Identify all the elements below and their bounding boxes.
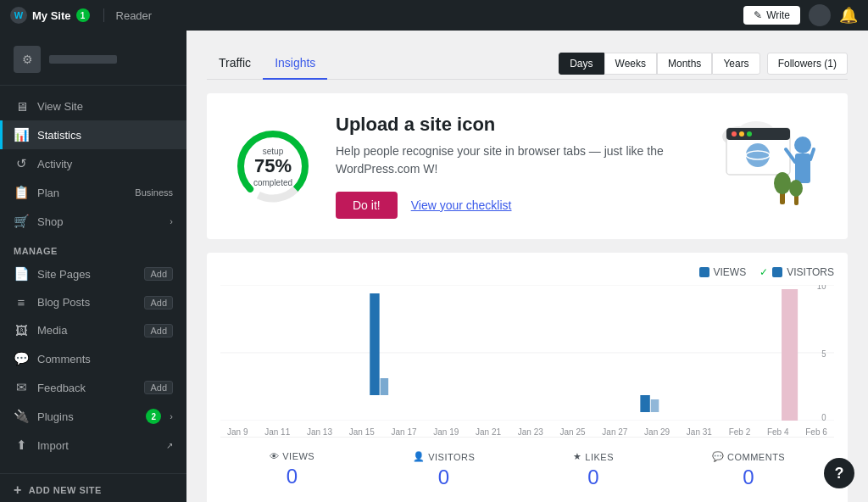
blog-posts-add[interactable]: Add	[144, 296, 173, 310]
promo-title: Upload a site icon	[336, 114, 693, 136]
sidebar-item-plan[interactable]: 📋 Plan Business	[0, 178, 186, 207]
stat-comments-value: 0	[712, 466, 786, 489]
site-pages-add[interactable]: Add	[144, 267, 173, 281]
check-icon: ✓	[760, 266, 768, 278]
media-icon: 🖼	[14, 323, 29, 337]
tab-insights[interactable]: Insights	[263, 47, 327, 80]
sidebar-nav: 🖥 View Site 📊 Statistics ↺ Activity 📋 Pl…	[0, 86, 186, 466]
svg-text:0: 0	[821, 413, 826, 421]
visitors-color-dot	[772, 267, 782, 277]
sidebar-item-activity[interactable]: ↺ Activity	[0, 149, 186, 178]
period-buttons: Days Weeks Months Years	[559, 53, 760, 75]
sidebar-item-import[interactable]: ⬆ Import ↗	[0, 431, 186, 460]
notifications-icon[interactable]: 🔔	[839, 6, 858, 25]
sidebar-item-plugins[interactable]: 🔌 Plugins 2 ›	[0, 402, 186, 431]
activity-icon: ↺	[14, 156, 29, 171]
reader-button[interactable]: Reader	[103, 8, 153, 22]
x-label-8: Jan 25	[560, 427, 586, 437]
sidebar-item-statistics[interactable]: 📊 Statistics	[0, 120, 186, 149]
plugins-badge: 2	[146, 409, 161, 424]
user-avatar[interactable]	[809, 4, 831, 26]
sidebar-item-blog-posts[interactable]: ≡ Blog Posts Add	[0, 288, 186, 316]
feedback-icon: ✉	[14, 380, 29, 395]
checklist-link[interactable]: View your checklist	[411, 198, 512, 212]
svg-rect-30	[651, 399, 659, 412]
promo-card: setup 75% completed Upload a site icon H…	[207, 93, 848, 239]
promo-illustration	[714, 115, 824, 217]
shop-label: Shop	[37, 215, 161, 228]
comments-label: Comments	[37, 353, 173, 365]
brand-label: My Site	[32, 9, 71, 22]
period-months-button[interactable]: Months	[657, 53, 712, 75]
media-label: Media	[37, 324, 136, 337]
stat-comments: 💬 COMMENTS 0	[712, 451, 786, 489]
sidebar-item-media[interactable]: 🖼 Media Add	[0, 316, 186, 344]
stat-likes: ★ LIKES 0	[573, 451, 614, 489]
person-icon: 👤	[413, 451, 426, 462]
plugins-arrow: ›	[170, 411, 173, 421]
sidebar-item-view-site[interactable]: 🖥 View Site	[0, 92, 186, 120]
svg-rect-29	[640, 395, 649, 412]
x-label-0: Jan 9	[227, 427, 248, 437]
period-days-button[interactable]: Days	[559, 53, 604, 75]
sidebar: ⚙ 🖥 View Site 📊 Statistics ↺ Activity 📋 …	[0, 31, 186, 502]
svg-text:10: 10	[817, 285, 826, 291]
feedback-add[interactable]: Add	[144, 381, 173, 394]
eye-icon: 👁	[270, 451, 280, 461]
followers-label: Followers	[778, 58, 821, 70]
help-button[interactable]: ?	[824, 458, 854, 488]
topbar-left: W My Site 1 Reader	[10, 7, 743, 24]
sidebar-item-comments[interactable]: 💬 Comments	[0, 344, 186, 373]
period-weeks-button[interactable]: Weeks	[604, 53, 657, 75]
comment-icon: 💬	[712, 451, 725, 462]
write-button[interactable]: ✎ Write	[743, 6, 800, 25]
svg-point-13	[794, 137, 811, 153]
tab-insights-label: Insights	[275, 56, 315, 70]
brand-badge: 1	[76, 8, 90, 22]
promo-actions: Do it! View your checklist	[336, 192, 693, 219]
write-icon: ✎	[754, 9, 762, 21]
sidebar-item-feedback[interactable]: ✉ Feedback Add	[0, 373, 186, 402]
legend-views: VIEWS	[699, 266, 747, 278]
sidebar-item-site-pages[interactable]: 📄 Site Pages Add	[0, 259, 186, 288]
svg-point-20	[789, 180, 803, 197]
promo-text: Upload a site icon Help people recognise…	[336, 114, 693, 219]
site-icon: ⚙	[14, 46, 41, 73]
x-label-10: Jan 29	[644, 427, 670, 437]
blog-posts-label: Blog Posts	[37, 296, 136, 309]
legend-visitors-label: VISITORS	[787, 266, 834, 278]
x-label-7: Jan 23	[518, 427, 543, 437]
monitor-icon: 🖥	[14, 99, 29, 114]
shop-icon: 🛒	[14, 214, 29, 229]
sidebar-item-shop[interactable]: 🛒 Shop ›	[0, 207, 186, 236]
tab-traffic[interactable]: Traffic	[207, 47, 263, 80]
add-new-site-label: ADD NEW SITE	[29, 485, 102, 495]
topbar-right: ✎ Write 🔔	[743, 4, 858, 26]
svg-rect-27	[370, 293, 379, 395]
import-label: Import	[37, 439, 158, 452]
site-pages-icon: 📄	[14, 266, 29, 282]
plus-icon: +	[14, 482, 22, 498]
plugins-icon: 🔌	[14, 409, 29, 424]
setup-gauge: setup 75% completed	[231, 124, 315, 209]
add-new-site-button[interactable]: + ADD NEW SITE	[0, 473, 186, 502]
import-icon: ⬆	[14, 438, 29, 453]
activity-label: Activity	[37, 158, 173, 170]
chart-legend: VIEWS ✓ VISITORS	[220, 266, 834, 278]
gauge-completed-label: completed	[253, 178, 292, 187]
my-site-button[interactable]: W My Site 1	[10, 7, 90, 24]
legend-visitors: ✓ VISITORS	[760, 266, 834, 278]
svg-line-16	[810, 149, 814, 159]
followers-count: (1)	[824, 58, 837, 70]
chart-area: 10 5 0	[220, 285, 834, 421]
main-content: Traffic Insights Days Weeks Months Years…	[186, 31, 868, 502]
followers-button[interactable]: Followers (1)	[767, 53, 848, 75]
do-it-button[interactable]: Do it!	[336, 192, 398, 219]
svg-rect-14	[795, 153, 810, 183]
site-name	[49, 55, 117, 64]
x-label-9: Jan 27	[602, 427, 627, 437]
stat-comments-label: 💬 COMMENTS	[712, 451, 786, 462]
period-years-button[interactable]: Years	[712, 53, 760, 75]
gauge-text: setup 75% completed	[253, 144, 292, 188]
media-add[interactable]: Add	[144, 324, 173, 337]
